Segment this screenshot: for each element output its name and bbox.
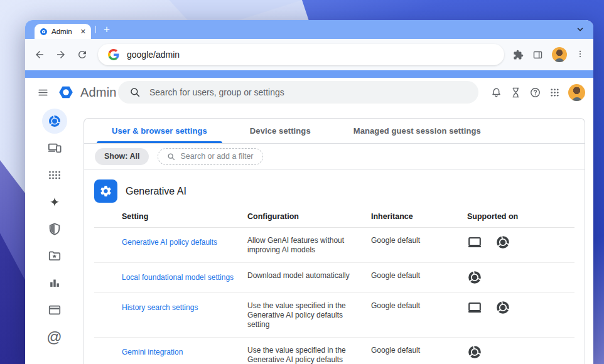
sidebar-item-apps[interactable]	[42, 163, 67, 188]
address-bar[interactable]: google/admin	[98, 44, 504, 65]
browser-menu-icon[interactable]	[576, 50, 585, 60]
new-tab-button[interactable]: +	[100, 23, 114, 36]
filter-bar: Show: All Search or add a filter	[84, 144, 585, 169]
apps-dots-icon	[48, 168, 62, 182]
laptop-icon	[467, 300, 482, 315]
table-row: History search settingsUse the value spe…	[94, 293, 574, 338]
browser-toolbar: google/admin	[25, 39, 593, 70]
admin-console-page: Admin Search for users, group or setting…	[25, 78, 593, 364]
gemini-sparkle-icon	[48, 195, 62, 209]
reload-icon[interactable]	[77, 49, 88, 60]
settings-table: SettingConfigurationInheritanceSupported…	[94, 205, 574, 364]
browser-tabstrip: Admin ✕ +	[25, 20, 593, 39]
inheritance-cell: Google default	[371, 271, 467, 285]
security-shield-icon	[48, 222, 62, 236]
setting-link[interactable]: Gemini integration	[122, 348, 183, 356]
tab-managed-guest-session-settings[interactable]: Managed guest session settings	[332, 119, 502, 143]
table-body: Generative AI policy defaultsAllow GenAI…	[94, 228, 574, 364]
tab-title: Admin	[51, 28, 72, 35]
managed-folder-star-icon	[48, 249, 62, 263]
admin-search-input[interactable]: Search for users, group or settings	[118, 81, 478, 104]
reporting-chart-icon	[48, 276, 62, 290]
sidebar-item-managed-browsers[interactable]	[42, 244, 67, 269]
sidebar-item-chrome-browser[interactable]	[42, 109, 67, 134]
apps-grid-icon[interactable]	[549, 87, 561, 99]
extensions-puzzle-icon[interactable]	[513, 50, 524, 60]
help-icon[interactable]	[529, 87, 541, 99]
configuration-cell: Download model automatically	[247, 271, 371, 285]
chevron-down-icon[interactable]	[576, 25, 585, 34]
sidebar-item-devices[interactable]	[42, 136, 67, 161]
chrome-icon	[467, 270, 482, 285]
table-header-row: SettingConfigurationInheritanceSupported…	[94, 205, 574, 228]
column-header-setting: Setting	[94, 212, 247, 221]
inheritance-cell: Google default	[371, 236, 467, 255]
browser-window: Admin ✕ +	[25, 20, 593, 364]
search-icon	[129, 87, 141, 98]
toolbar-right	[513, 47, 585, 62]
tab-close-icon[interactable]: ✕	[80, 28, 86, 35]
add-filter-chip[interactable]: Search or add a filter	[158, 148, 262, 165]
billing-card-icon	[48, 303, 62, 317]
configuration-cell: Use the value specified in the Generativ…	[247, 301, 371, 329]
section-header: Generative AI	[94, 179, 585, 203]
column-header-supported-on: Supported on	[467, 212, 574, 221]
configuration-cell: Use the value specified in the Generativ…	[247, 346, 371, 364]
google-g-icon	[108, 49, 119, 60]
tab-device-settings[interactable]: Device settings	[229, 119, 332, 143]
setting-link[interactable]: Local foundational model settings	[122, 273, 234, 282]
chrome-icon	[495, 300, 510, 315]
browser-profile-avatar[interactable]	[552, 47, 567, 62]
forward-icon[interactable]	[55, 49, 67, 60]
sidebar-item-billing[interactable]	[42, 297, 67, 323]
gear-icon	[99, 185, 112, 198]
laptop-icon	[467, 235, 482, 250]
inheritance-cell: Google default	[371, 301, 467, 329]
hamburger-menu-icon[interactable]	[30, 80, 55, 105]
filter-search-icon	[167, 153, 175, 161]
setting-link[interactable]: Generative AI policy defaults	[122, 238, 217, 247]
devices-icon	[48, 141, 62, 155]
chrome-icon	[495, 235, 510, 250]
sidebar-item-security[interactable]	[42, 217, 67, 242]
setting-link[interactable]: History search settings	[122, 303, 198, 312]
sidebar-item-account[interactable]: @	[42, 324, 67, 350]
column-header-inheritance: Inheritance	[371, 212, 467, 221]
back-icon[interactable]	[34, 49, 45, 60]
side-panel-icon[interactable]	[532, 50, 543, 60]
bookmarks-strip	[25, 70, 593, 78]
column-header-configuration: Configuration	[247, 212, 371, 221]
sidebar-item-gemini[interactable]	[42, 190, 67, 215]
tab-user-browser-settings[interactable]: User & browser settings	[90, 119, 229, 143]
supported-on-cell	[467, 235, 574, 255]
sidebar-item-reporting[interactable]	[42, 270, 67, 296]
supported-on-cell	[467, 270, 574, 285]
admin-sidebar: @	[25, 107, 84, 364]
chrome-icon	[467, 345, 482, 360]
admin-logo-icon[interactable]	[58, 84, 74, 100]
show-filter-chip[interactable]: Show: All	[95, 148, 149, 165]
browser-tab[interactable]: Admin ✕	[35, 24, 91, 39]
notifications-bell-icon[interactable]	[490, 87, 502, 99]
search-placeholder: Search for users, group or settings	[149, 87, 284, 97]
tab-divider	[95, 26, 96, 33]
settings-tabs: User & browser settingsDevice settingsMa…	[84, 119, 585, 144]
configuration-cell: Allow GenAI features without improving A…	[247, 236, 371, 255]
section-title: Generative AI	[126, 186, 186, 197]
table-row: Generative AI policy defaultsAllow GenAI…	[94, 228, 574, 263]
account-at-icon: @	[46, 328, 62, 346]
admin-favicon-icon	[40, 28, 48, 36]
product-title: Admin	[80, 85, 117, 100]
admin-profile-avatar[interactable]	[568, 84, 585, 101]
url-text: google/admin	[127, 50, 180, 60]
generative-ai-tile[interactable]	[94, 179, 117, 203]
add-filter-label: Search or add a filter	[180, 152, 253, 161]
supported-on-cell	[467, 300, 574, 329]
table-row: Gemini integrationUse the value specifie…	[94, 338, 574, 364]
table-row: Local foundational model settingsDownloa…	[94, 263, 574, 293]
chrome-browser-icon	[48, 114, 62, 128]
admin-header-icons	[490, 78, 585, 107]
admin-header: Admin Search for users, group or setting…	[25, 78, 593, 107]
desktop: Admin ✕ +	[0, 0, 604, 364]
tasks-hourglass-icon[interactable]	[510, 87, 522, 99]
